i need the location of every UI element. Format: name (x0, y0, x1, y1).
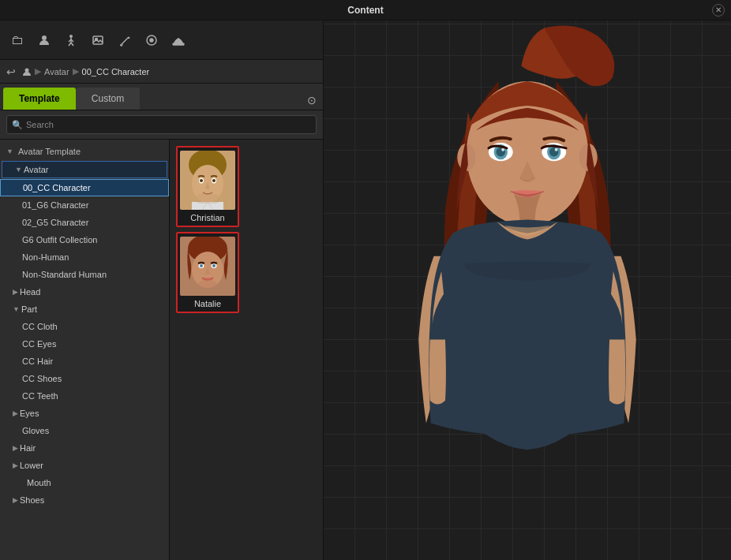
title-bar: Content ✕ (0, 0, 731, 21)
character-viewport (324, 21, 731, 560)
tree-item-g6outfit[interactable]: G6 Outfit Collection (0, 231, 169, 248)
tree-item-lower[interactable]: ▶ Lower (0, 457, 169, 474)
tree-item-nonhuman[interactable]: Non-Human (0, 248, 169, 266)
tree-item-cchair[interactable]: CC Hair (0, 353, 169, 370)
breadcrumb-avatar[interactable]: Avatar (44, 67, 69, 77)
natalie-face-svg (180, 237, 235, 296)
tree-item-shoes[interactable]: ▶ Shoes (0, 491, 169, 509)
tree-item-part[interactable]: ▼ Part (0, 301, 169, 318)
breadcrumb: ↩ ▶ Avatar ▶ 00_CC Character (0, 60, 323, 84)
main-layout: 🗀 (0, 21, 731, 560)
svg-point-40 (555, 148, 558, 151)
svg-point-28 (200, 264, 203, 267)
tree-item-cccloth[interactable]: CC Cloth (0, 318, 169, 335)
tabs-settings-icon[interactable]: ⊙ (307, 94, 317, 106)
content-area: ▼ Avatar Template ▼ Avatar 00_CC Charact… (0, 140, 323, 560)
tree-item-head[interactable]: ▶ Head (0, 283, 169, 301)
thumbnail-natalie-label: Natalie (194, 299, 221, 308)
tree-item-mouth[interactable]: Mouth (0, 474, 169, 491)
svg-point-36 (501, 148, 504, 151)
svg-point-11 (151, 39, 152, 41)
breadcrumb-current: 00_CC Character (82, 67, 150, 77)
tree-item-01g6[interactable]: 01_G6 Character (0, 196, 169, 214)
svg-point-19 (200, 179, 203, 182)
thumbnail-area: Christian (170, 140, 323, 560)
folder-icon[interactable]: 🗀 (6, 29, 28, 51)
person-icon[interactable] (33, 29, 55, 51)
tab-custom[interactable]: Custom (76, 88, 140, 110)
breadcrumb-separator-2: ▶ (73, 66, 79, 77)
thumbnail-natalie[interactable]: Natalie (176, 232, 239, 313)
svg-line-6 (71, 43, 73, 46)
tree-item-ccshoes[interactable]: CC Shoes (0, 370, 169, 387)
svg-point-30 (198, 280, 217, 288)
breadcrumb-separator-1: ▶ (35, 66, 41, 77)
back-button[interactable]: ↩ (6, 65, 16, 78)
svg-point-0 (42, 35, 47, 40)
image-icon[interactable] (87, 29, 109, 51)
thumbnail-christian-image (180, 151, 235, 210)
person-breadcrumb-icon (22, 67, 32, 77)
search-icon: 🔍 (12, 120, 23, 130)
thumbnail-christian[interactable]: Christian (176, 146, 239, 227)
tree-item-02g5[interactable]: 02_G5 Character (0, 214, 169, 231)
svg-point-20 (212, 179, 216, 182)
tree-panel: ▼ Avatar Template ▼ Avatar 00_CC Charact… (0, 140, 170, 560)
title-bar-text: Content (347, 5, 383, 16)
thumbnail-christian-label: Christian (190, 213, 224, 222)
search-input[interactable] (26, 120, 311, 129)
search-container: 🔍 (0, 110, 323, 140)
disc-icon[interactable] (141, 29, 163, 51)
tree-item-eyes[interactable]: ▶ Eyes (0, 405, 169, 422)
tree-root[interactable]: ▼ Avatar Template (0, 143, 169, 160)
svg-rect-12 (173, 43, 184, 45)
tab-template[interactable]: Template (3, 88, 76, 110)
character-svg (324, 21, 731, 560)
viewport-background (324, 21, 731, 560)
figure-icon[interactable] (60, 29, 82, 51)
thumbnail-natalie-image (180, 237, 235, 296)
tree-item-cceyes[interactable]: CC Eyes (0, 335, 169, 353)
close-button[interactable]: ✕ (712, 4, 725, 17)
tabs-container: Template Custom ⊙ (0, 84, 323, 110)
svg-rect-22 (196, 194, 219, 203)
svg-point-1 (69, 35, 73, 38)
tree-item-nonstd[interactable]: Non-Standard Human (0, 266, 169, 283)
christian-face-svg (180, 151, 235, 210)
svg-point-29 (212, 264, 216, 267)
left-panel: 🗀 (0, 21, 324, 560)
tree-item-gloves[interactable]: Gloves (0, 422, 169, 439)
svg-point-13 (25, 68, 29, 72)
tree-item-ccteeth[interactable]: CC Teeth (0, 387, 169, 405)
tree-item-hair[interactable]: ▶ Hair (0, 439, 169, 457)
search-box: 🔍 (6, 115, 317, 134)
right-panel (324, 21, 731, 560)
paint-icon[interactable] (114, 29, 136, 51)
tree-avatar-group[interactable]: ▼ Avatar (2, 161, 167, 178)
tree-item-00cc[interactable]: 00_CC Character (0, 179, 169, 196)
hat-icon[interactable] (167, 29, 189, 51)
toolbar: 🗀 (0, 21, 323, 60)
